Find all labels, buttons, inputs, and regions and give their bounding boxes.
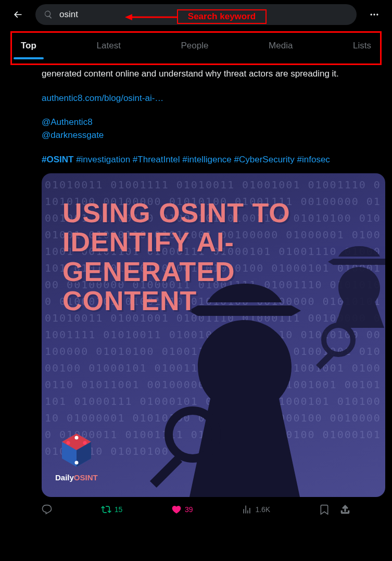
tab-people[interactable]: People <box>181 40 209 58</box>
retweet-icon <box>101 504 111 515</box>
hashtag-threatintel[interactable]: #ThreatIntel <box>133 155 180 164</box>
actions-right-group <box>319 504 350 515</box>
tabs-container: Top Latest People Media Lists <box>10 32 382 65</box>
post-image-brand: DailyOSINT <box>55 431 98 483</box>
svg-point-1 <box>373 14 375 15</box>
post: generated content online and understand … <box>0 68 392 497</box>
hashtag-infosec[interactable]: #infosec <box>297 155 330 164</box>
mention-authentic8[interactable]: @Authentic8 <box>42 116 350 129</box>
header-bar <box>0 0 392 29</box>
reply-icon <box>42 504 52 515</box>
views-count: 1.6K <box>255 505 270 514</box>
tab-lists[interactable]: Lists <box>353 40 371 58</box>
back-button[interactable] <box>8 5 27 24</box>
views-icon <box>242 504 252 515</box>
brand-logo-icon <box>58 431 95 469</box>
more-horizontal-icon <box>369 9 380 20</box>
search-tabs: Top Latest People Media Lists <box>10 32 382 65</box>
post-image[interactable]: 01010011 01001111 01010011 01001001 0100… <box>42 173 385 497</box>
like-button[interactable]: 39 <box>171 504 193 515</box>
brand-text: DailyOSINT <box>55 472 98 483</box>
post-hashtags: #OSINT #investigation #ThreatIntel #inte… <box>42 154 350 167</box>
mention-darknessgate[interactable]: @darknessgate <box>42 129 350 142</box>
arrow-left-icon <box>12 9 23 20</box>
svg-point-0 <box>371 14 372 15</box>
hashtag-cybersecurity[interactable]: #CyberSecurity <box>234 155 295 164</box>
reply-button[interactable] <box>42 504 52 515</box>
tab-top[interactable]: Top <box>21 40 36 58</box>
more-options-button[interactable] <box>365 5 384 24</box>
post-image-title: USING OSINT TO IDENTIFY AI-GENERATED CON… <box>62 198 312 315</box>
post-actions: 15 39 1.6K <box>0 497 392 522</box>
heart-icon <box>171 504 182 515</box>
bookmark-icon <box>319 504 330 515</box>
hashtag-intelligence[interactable]: #intelligence <box>182 155 232 164</box>
svg-point-12 <box>66 441 70 445</box>
search-bar[interactable] <box>35 4 357 25</box>
views-button[interactable]: 1.6K <box>242 504 270 515</box>
tab-latest[interactable]: Latest <box>97 40 121 58</box>
svg-point-14 <box>74 436 78 440</box>
like-count: 39 <box>185 505 193 514</box>
svg-point-15 <box>74 461 78 465</box>
brand-suffix: OSINT <box>74 473 98 482</box>
retweet-button[interactable]: 15 <box>101 504 123 515</box>
svg-point-13 <box>83 441 86 445</box>
bookmark-button[interactable] <box>319 504 330 515</box>
hashtag-osint[interactable]: #OSINT <box>42 155 73 164</box>
post-text-fragment: generated content online and understand … <box>42 68 350 81</box>
retweet-count: 15 <box>115 505 123 514</box>
share-button[interactable] <box>340 504 350 515</box>
search-input[interactable] <box>59 9 348 20</box>
svg-rect-8 <box>150 455 182 488</box>
post-link[interactable]: authentic8.com/blog/osint-ai-… <box>42 92 350 105</box>
search-icon <box>44 10 53 19</box>
brand-prefix: Daily <box>55 473 74 482</box>
share-icon <box>340 504 350 515</box>
tab-media[interactable]: Media <box>269 40 293 58</box>
hashtag-investigation[interactable]: #investigation <box>76 155 130 164</box>
post-mentions: @Authentic8 @darknessgate <box>42 116 350 142</box>
svg-point-2 <box>376 14 378 15</box>
